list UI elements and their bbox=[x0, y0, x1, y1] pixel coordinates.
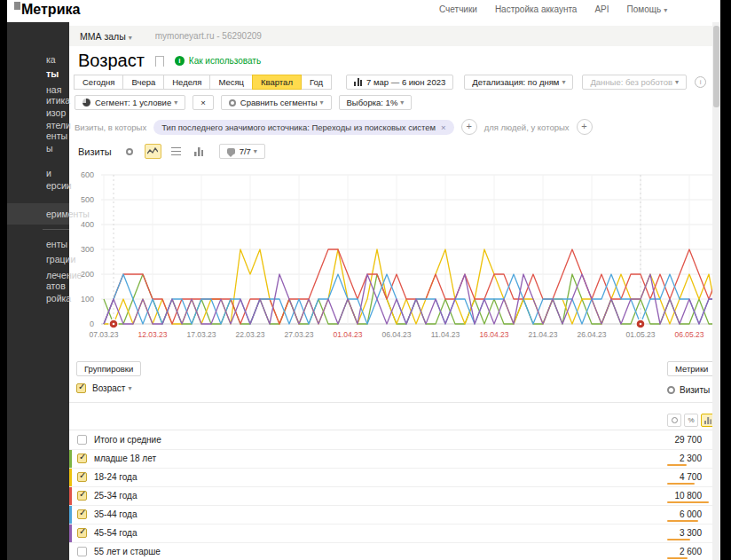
date-range-button[interactable]: 7 мар — 6 июн 2023 bbox=[346, 75, 453, 90]
bookmark-icon[interactable] bbox=[155, 56, 164, 67]
donut-chart-icon bbox=[672, 417, 678, 423]
svg-text:22.03.23: 22.03.23 bbox=[235, 330, 264, 339]
row-value: 2 600 bbox=[680, 547, 702, 556]
stacked-chart-type-button[interactable] bbox=[168, 144, 185, 159]
tab-today[interactable]: Сегодня bbox=[74, 75, 123, 90]
row-label: 18-24 года bbox=[94, 472, 138, 482]
svg-text:600: 600 bbox=[81, 170, 94, 179]
sidebar-item[interactable]: ы bbox=[46, 143, 53, 154]
period-toolbar: Сегодня Вчера Неделя Месяц Квартал Год 7… bbox=[75, 75, 706, 89]
line-chart-type-button[interactable] bbox=[145, 144, 161, 159]
visits-line-chart[interactable]: 010020030040050060007.03.2312.03.2317.03… bbox=[69, 169, 722, 350]
svg-text:100: 100 bbox=[81, 295, 94, 304]
row-checkbox[interactable] bbox=[77, 435, 87, 445]
value-bar bbox=[667, 557, 688, 559]
app-window: Метрика Счетчики Настройка аккаунта API … bbox=[0, 0, 731, 560]
sidebar-item-reports[interactable]: ты bbox=[46, 68, 59, 79]
counter-bar: ММА залы▾ mymoneyart.ru - 56290209 bbox=[69, 26, 712, 46]
row-value: 6 000 bbox=[680, 509, 702, 519]
bar-chart-type-button[interactable] bbox=[191, 144, 208, 159]
metrics-button[interactable]: Метрики bbox=[667, 361, 716, 376]
table-row[interactable]: 45-54 года 3 300 bbox=[69, 525, 712, 543]
compare-segments-button[interactable]: Сравнить сегменты▾ bbox=[221, 95, 332, 110]
sidebar-item[interactable]: ройка bbox=[46, 293, 71, 304]
table-row[interactable]: 35-44 года 6 000 bbox=[69, 506, 712, 525]
row-label: 25-34 года bbox=[94, 491, 138, 501]
pie-view-toggle[interactable] bbox=[667, 414, 681, 427]
line-chart-icon bbox=[147, 147, 158, 155]
data-mode-dropdown[interactable]: Данные: без роботов▾ bbox=[582, 75, 687, 90]
row-checkbox[interactable] bbox=[77, 509, 87, 519]
nav-counters[interactable]: Счетчики bbox=[439, 4, 477, 14]
tab-month[interactable]: Месяц bbox=[209, 75, 253, 90]
close-icon[interactable]: × bbox=[441, 122, 446, 132]
donut-chart-type-button[interactable] bbox=[122, 144, 138, 159]
top-nav: Счетчики Настройка аккаунта API Помощь▾ bbox=[439, 4, 667, 14]
chart-controls: Визиты 7/7▾ bbox=[78, 144, 265, 159]
table-row[interactable]: младше 18 лет 2 300 bbox=[69, 450, 712, 469]
sidebar-item[interactable]: лечение атов bbox=[46, 270, 82, 291]
dimension-column-header[interactable]: Возраст ▾ bbox=[76, 383, 131, 393]
row-checkbox[interactable] bbox=[77, 547, 87, 556]
svg-text:500: 500 bbox=[81, 195, 94, 204]
chevron-down-icon: ▾ bbox=[562, 78, 565, 86]
add-user-filter-button[interactable]: + bbox=[577, 119, 593, 135]
sidebar-item[interactable]: ная итика bbox=[46, 84, 70, 106]
counter-selector[interactable]: ММА залы▾ bbox=[80, 31, 132, 42]
tab-yesterday[interactable]: Вчера bbox=[122, 75, 164, 90]
howto-link[interactable]: i Как использовать bbox=[175, 56, 261, 66]
svg-text:21.04.23: 21.04.23 bbox=[528, 330, 557, 339]
sidebar-item[interactable]: ка bbox=[46, 54, 56, 65]
divider bbox=[69, 402, 712, 403]
row-label: 35-44 года bbox=[94, 509, 138, 519]
comments-dropdown[interactable]: 7/7▾ bbox=[219, 144, 265, 159]
svg-text:27.03.23: 27.03.23 bbox=[284, 330, 313, 339]
info-icon[interactable]: i bbox=[695, 76, 706, 88]
nav-help[interactable]: Помощь▾ bbox=[627, 4, 668, 14]
tab-week[interactable]: Неделя bbox=[163, 75, 210, 90]
nav-api[interactable]: API bbox=[594, 4, 609, 14]
groupings-button[interactable]: Группировки bbox=[76, 361, 141, 376]
tab-year[interactable]: Год bbox=[301, 75, 332, 90]
row-label: младше 18 лет bbox=[94, 454, 156, 463]
chevron-down-icon: ▾ bbox=[675, 78, 679, 86]
chevron-down-icon: ▾ bbox=[129, 34, 132, 42]
segment-button[interactable]: Сегмент: 1 условие▾ bbox=[75, 95, 185, 110]
value-bar bbox=[667, 464, 687, 466]
filter-chip[interactable]: Тип последнего значимого источника: Пере… bbox=[153, 120, 453, 135]
row-value: 10 800 bbox=[674, 491, 702, 501]
table-row[interactable]: 25-34 года 10 800 bbox=[69, 487, 712, 506]
percent-view-toggle[interactable]: % bbox=[684, 414, 698, 427]
clear-segment-button[interactable]: × bbox=[193, 95, 214, 110]
select-all-checkbox[interactable] bbox=[76, 383, 86, 393]
sampling-dropdown[interactable]: Выборка: 1%▾ bbox=[339, 95, 413, 110]
metric-column-header[interactable]: Визиты bbox=[667, 385, 710, 395]
filter-suffix-label: для людей, у которых bbox=[484, 122, 570, 132]
table-row[interactable]: 55 лет и старше 2 600 bbox=[69, 543, 712, 560]
row-checkbox[interactable] bbox=[77, 454, 87, 463]
sidebar-item[interactable]: грации bbox=[46, 254, 75, 264]
scrollbar-thumb[interactable] bbox=[713, 26, 719, 107]
scrollbar[interactable] bbox=[712, 22, 720, 560]
sidebar-item[interactable]: изор bbox=[46, 107, 66, 118]
sidebar-item[interactable]: ерименты bbox=[46, 209, 90, 219]
add-filter-button[interactable]: + bbox=[461, 119, 477, 135]
sidebar-item[interactable]: енты bbox=[46, 239, 67, 249]
sidebar-item[interactable]: ятели енты bbox=[46, 120, 71, 141]
nav-account-settings[interactable]: Настройка аккаунта bbox=[495, 4, 578, 14]
table-row[interactable]: 18-24 года 4 700 bbox=[69, 469, 712, 487]
row-checkbox[interactable] bbox=[77, 528, 87, 538]
svg-text:200: 200 bbox=[81, 270, 94, 279]
sidebar-item[interactable]: ерсии bbox=[46, 180, 72, 191]
series-color-stripe bbox=[69, 525, 72, 542]
tab-quarter[interactable]: Квартал bbox=[252, 75, 302, 90]
row-checkbox[interactable] bbox=[77, 491, 87, 501]
sidebar-item[interactable]: и bbox=[46, 168, 51, 178]
row-checkbox[interactable] bbox=[77, 472, 87, 482]
svg-text:300: 300 bbox=[81, 245, 94, 254]
detailing-dropdown[interactable]: Детализация: по дням▾ bbox=[464, 75, 573, 90]
row-label: Итого и средние bbox=[94, 435, 161, 445]
table-row-total[interactable]: Итого и средние 29 700 bbox=[69, 431, 712, 450]
metric-icon bbox=[667, 386, 675, 394]
value-bar bbox=[667, 501, 709, 503]
